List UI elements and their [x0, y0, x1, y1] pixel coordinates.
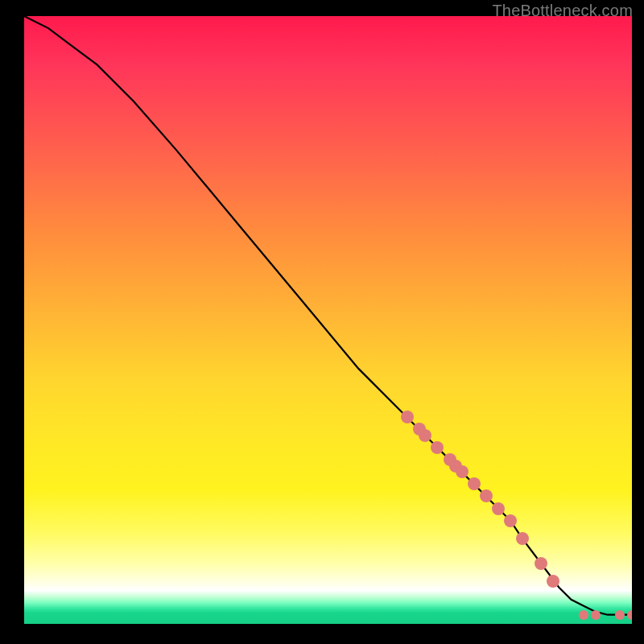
chart-stage: TheBottleneck.com [0, 0, 644, 644]
data-point [492, 502, 505, 515]
bottleneck-curve [24, 16, 632, 624]
data-point [535, 557, 547, 570]
data-point [401, 411, 414, 423]
data-point [627, 610, 632, 620]
data-point [615, 610, 625, 620]
curve-path [24, 16, 632, 615]
plot-area [24, 16, 632, 624]
data-point [456, 465, 469, 478]
data-point [468, 477, 481, 490]
data-point [504, 514, 517, 527]
data-point [579, 610, 588, 620]
data-point [547, 575, 559, 588]
data-point [591, 610, 601, 620]
